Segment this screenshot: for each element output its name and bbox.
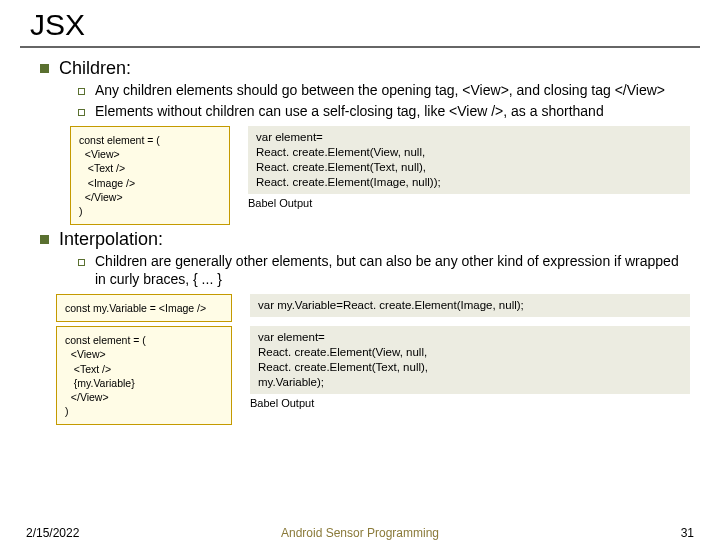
section2-heading: Interpolation: bbox=[59, 229, 163, 250]
bullet-item: Any children elements should go between … bbox=[78, 82, 690, 100]
bullet-item: Children are generally other elements, b… bbox=[78, 253, 690, 288]
section1-point1: Elements without children can use a self… bbox=[95, 103, 604, 121]
code-row: const element = ( <View> <Text /> <Image… bbox=[70, 126, 690, 225]
babel-label: Babel Output bbox=[250, 397, 690, 409]
jsx-code-block: const element = ( <View> <Text /> {my.Va… bbox=[56, 326, 232, 425]
babel-output-block: var element= React. create.Element(View,… bbox=[250, 326, 690, 394]
jsx-code-block: const my.Variable = <Image /> bbox=[56, 294, 232, 322]
square-bullet-icon bbox=[40, 235, 49, 244]
section2-point0: Children are generally other elements, b… bbox=[95, 253, 690, 288]
output-wrap: var element= React. create.Element(View,… bbox=[248, 126, 690, 209]
slide-body: Children: Any children elements should g… bbox=[0, 48, 720, 425]
babel-output-block: var element= React. create.Element(View,… bbox=[248, 126, 690, 194]
section-heading: Children: bbox=[40, 58, 690, 79]
jsx-code-block: const element = ( <View> <Text /> <Image… bbox=[70, 126, 230, 225]
section1-point0: Any children elements should go between … bbox=[95, 82, 665, 100]
code-row: const element = ( <View> <Text /> {my.Va… bbox=[56, 326, 690, 425]
code-row: const my.Variable = <Image /> var my.Var… bbox=[56, 294, 690, 322]
hollow-square-icon bbox=[78, 259, 85, 266]
footer-title: Android Sensor Programming bbox=[0, 526, 720, 540]
square-bullet-icon bbox=[40, 64, 49, 73]
slide-title: JSX bbox=[20, 8, 700, 42]
babel-output-block: var my.Variable=React. create.Element(Im… bbox=[250, 294, 690, 317]
footer: 2/15/2022 Android Sensor Programming 31 bbox=[0, 526, 720, 540]
section-heading: Interpolation: bbox=[40, 229, 690, 250]
babel-label: Babel Output bbox=[248, 197, 690, 209]
bullet-item: Elements without children can use a self… bbox=[78, 103, 690, 121]
hollow-square-icon bbox=[78, 109, 85, 116]
slide: JSX Children: Any children elements shou… bbox=[0, 8, 720, 540]
hollow-square-icon bbox=[78, 88, 85, 95]
output-wrap: var my.Variable=React. create.Element(Im… bbox=[250, 294, 690, 317]
title-bar: JSX bbox=[20, 8, 700, 48]
output-wrap: var element= React. create.Element(View,… bbox=[250, 326, 690, 409]
section1-heading: Children: bbox=[59, 58, 131, 79]
